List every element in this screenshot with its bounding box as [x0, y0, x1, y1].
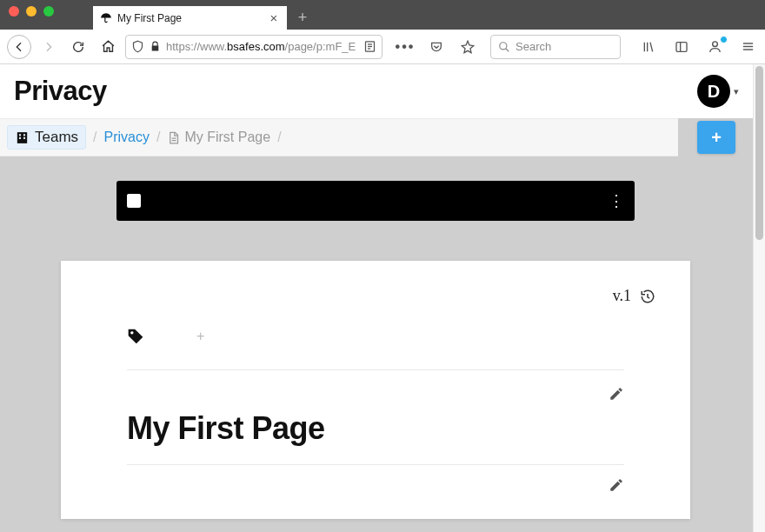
- account-icon[interactable]: [704, 37, 725, 57]
- page-toolbar: ⋮: [116, 181, 635, 221]
- version-row: v.1: [96, 287, 655, 305]
- edit-title-row: [96, 370, 655, 402]
- avatar: D: [697, 75, 730, 108]
- svg-point-11: [712, 42, 717, 47]
- url-prefix: https://www.: [166, 40, 227, 53]
- file-icon: [167, 131, 180, 144]
- vertical-scrollbar[interactable]: [753, 64, 765, 532]
- more-icon[interactable]: •••: [395, 37, 416, 57]
- svg-line-8: [650, 42, 653, 51]
- maximize-window-button[interactable]: [43, 6, 54, 17]
- breadcrumb-current-label: My First Page: [184, 130, 270, 145]
- kebab-menu-icon[interactable]: ⋮: [609, 191, 624, 210]
- browser-tab[interactable]: My First Page ×: [93, 6, 287, 30]
- svg-rect-18: [19, 136, 21, 138]
- reader-mode-icon[interactable]: [363, 40, 376, 53]
- new-tab-button[interactable]: +: [290, 6, 315, 30]
- breadcrumb-separator: /: [93, 130, 96, 145]
- browser-toolbar: https://www.bsafes.com/page/p:mF_E ••• S…: [0, 30, 765, 64]
- breadcrumb-separator: /: [277, 130, 281, 145]
- search-placeholder: Search: [516, 40, 551, 53]
- page-card: v.1 + My First Page: [61, 261, 690, 519]
- svg-rect-19: [23, 136, 25, 138]
- plus-icon: +: [711, 128, 722, 148]
- shield-icon: [131, 40, 144, 53]
- umbrella-icon: [100, 12, 112, 24]
- app-header: Privacy D ▾: [0, 64, 753, 118]
- reload-button[interactable]: [66, 35, 90, 59]
- svg-point-4: [500, 42, 507, 49]
- search-box[interactable]: Search: [490, 35, 621, 59]
- svg-point-22: [131, 332, 134, 335]
- breadcrumb-current: My First Page: [167, 130, 270, 145]
- add-tag-button[interactable]: +: [196, 329, 204, 344]
- tag-icon[interactable]: [127, 328, 144, 345]
- breadcrumb: Teams / Privacy / My First Page /: [0, 118, 678, 156]
- tab-title: My First Page: [117, 12, 263, 24]
- version-label: v.1: [613, 287, 631, 305]
- svg-line-5: [506, 48, 509, 51]
- add-button[interactable]: +: [697, 121, 735, 154]
- user-menu[interactable]: D ▾: [697, 75, 739, 108]
- home-button[interactable]: [96, 35, 120, 59]
- url-text: https://www.bsafes.com/page/p:mF_E: [166, 40, 358, 53]
- search-icon: [498, 41, 510, 53]
- pencil-icon[interactable]: [609, 477, 624, 493]
- breadcrumb-teams[interactable]: Teams: [7, 125, 86, 150]
- close-tab-icon[interactable]: ×: [268, 12, 280, 24]
- page-viewport: Privacy D ▾ Teams / Privacy / My First P…: [0, 64, 765, 532]
- url-bar[interactable]: https://www.bsafes.com/page/p:mF_E: [125, 35, 382, 59]
- mac-titlebar: [0, 0, 765, 5]
- tag-row: +: [96, 328, 655, 345]
- history-icon[interactable]: [640, 289, 655, 304]
- app-title: Privacy: [14, 76, 107, 107]
- window-controls: [9, 6, 54, 17]
- browser-tabstrip: My First Page × +: [0, 5, 765, 30]
- sidebar-icon[interactable]: [671, 37, 692, 57]
- svg-rect-17: [23, 134, 25, 136]
- breadcrumb-privacy[interactable]: Privacy: [104, 130, 150, 145]
- minimize-window-button[interactable]: [26, 6, 37, 17]
- back-button[interactable]: [7, 35, 31, 59]
- breadcrumb-separator: /: [156, 130, 160, 145]
- svg-rect-9: [676, 42, 687, 51]
- toolbar-right: [638, 37, 758, 57]
- forward-button[interactable]: [37, 35, 61, 59]
- hamburger-menu-icon[interactable]: [737, 37, 758, 57]
- building-icon: [15, 130, 30, 145]
- close-window-button[interactable]: [9, 6, 19, 17]
- library-icon[interactable]: [638, 37, 659, 57]
- urlbar-actions: •••: [395, 37, 478, 57]
- edit-body-row: [96, 465, 655, 493]
- breadcrumb-teams-label: Teams: [35, 129, 78, 146]
- lock-icon: [150, 41, 161, 52]
- chevron-down-icon: ▾: [734, 86, 739, 97]
- pocket-icon[interactable]: [426, 37, 447, 57]
- scrollbar-thumb[interactable]: [755, 66, 763, 240]
- url-path: /page/p:mF_E: [285, 40, 356, 53]
- breadcrumb-row: Teams / Privacy / My First Page / +: [0, 118, 753, 156]
- checkbox-icon[interactable]: [127, 194, 141, 208]
- svg-rect-15: [17, 132, 27, 143]
- star-icon[interactable]: [457, 37, 478, 57]
- url-domain: bsafes.com: [227, 40, 284, 53]
- svg-rect-16: [19, 134, 21, 136]
- pencil-icon[interactable]: [609, 386, 624, 402]
- page-title: My First Page: [96, 402, 655, 464]
